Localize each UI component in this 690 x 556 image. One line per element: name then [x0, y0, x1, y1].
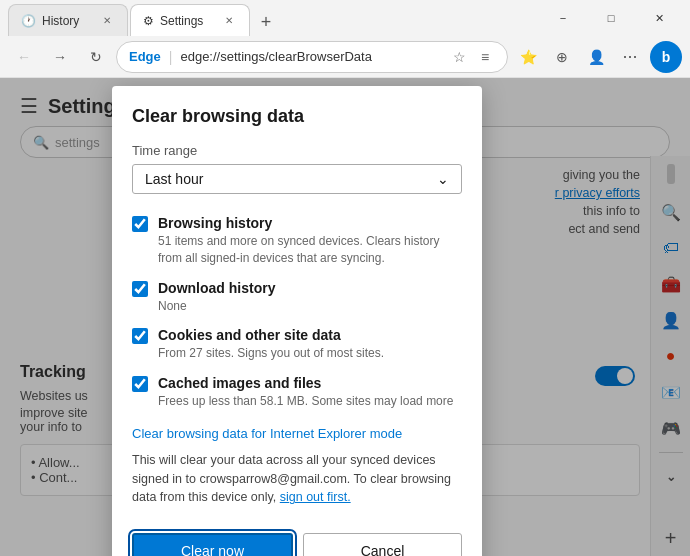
checkbox-cookies: Cookies and other site data From 27 site… — [132, 320, 462, 368]
history-tab-label: History — [42, 14, 79, 28]
checkbox-cache: Cached images and files Frees up less th… — [132, 368, 462, 416]
cookies-text: Cookies and other site data From 27 site… — [158, 326, 384, 362]
minimize-button[interactable]: − — [540, 2, 586, 34]
download-text: Download history None — [158, 279, 275, 315]
settings-tab-favicon: ⚙ — [143, 14, 154, 28]
browsing-desc: 51 items and more on synced devices. Cle… — [158, 233, 462, 267]
reading-icon[interactable]: ≡ — [475, 47, 495, 67]
browsing-label[interactable]: Browsing history — [158, 215, 272, 231]
history-tab-close[interactable]: ✕ — [99, 13, 115, 29]
cache-text: Cached images and files Frees up less th… — [158, 374, 453, 410]
address-bar[interactable]: Edge | edge://settings/clearBrowserData … — [116, 41, 508, 73]
address-icons: ☆ ≡ — [449, 47, 495, 67]
main-content: ☰ Setting 🔍 settings Tracking Websites u… — [0, 78, 690, 556]
nav-right-icons: ⭐ ⊕ 👤 ··· — [512, 41, 646, 73]
close-button[interactable]: ✕ — [636, 2, 682, 34]
info-text: This will clear your data across all you… — [132, 451, 462, 507]
profile-icon[interactable]: 👤 — [580, 41, 612, 73]
nav-bar: ← → ↻ Edge | edge://settings/clearBrowse… — [0, 36, 690, 78]
window-controls: − □ ✕ — [540, 2, 682, 34]
ie-mode-link[interactable]: Clear browsing data for Internet Explore… — [132, 426, 462, 441]
back-button[interactable]: ← — [8, 41, 40, 73]
star-icon[interactable]: ☆ — [449, 47, 469, 67]
browsing-text: Browsing history 51 items and more on sy… — [158, 214, 462, 267]
page-background: ☰ Setting 🔍 settings Tracking Websites u… — [0, 78, 690, 556]
tab-group: 🕐 History ✕ ⚙ Settings ✕ + — [8, 0, 536, 36]
time-range-label: Time range — [132, 143, 462, 158]
address-url: edge://settings/clearBrowserData — [180, 49, 441, 64]
settings-tab-close[interactable]: ✕ — [221, 13, 237, 29]
dialog-footer: Clear now Cancel — [112, 521, 482, 556]
download-desc: None — [158, 298, 275, 315]
cookies-desc: From 27 sites. Signs you out of most sit… — [158, 345, 384, 362]
new-tab-button[interactable]: + — [252, 8, 280, 36]
sign-out-link[interactable]: sign out first. — [280, 490, 351, 504]
maximize-button[interactable]: □ — [588, 2, 634, 34]
copilot-button[interactable]: b — [650, 41, 682, 73]
cache-checkbox[interactable] — [132, 376, 148, 392]
cache-label[interactable]: Cached images and files — [158, 375, 321, 391]
history-tab-favicon: 🕐 — [21, 14, 36, 28]
clear-browsing-dialog: Clear browsing data Time range Last hour… — [112, 86, 482, 556]
cookies-label[interactable]: Cookies and other site data — [158, 327, 341, 343]
download-label[interactable]: Download history — [158, 280, 275, 296]
time-range-dropdown[interactable]: Last hour ⌄ — [132, 164, 462, 194]
edge-logo: Edge — [129, 49, 161, 64]
download-checkbox[interactable] — [132, 281, 148, 297]
tab-history[interactable]: 🕐 History ✕ — [8, 4, 128, 36]
checkboxes-area: Browsing history 51 items and more on sy… — [132, 208, 462, 416]
time-range-value: Last hour — [145, 171, 203, 187]
collections-icon[interactable]: ⊕ — [546, 41, 578, 73]
cookies-checkbox[interactable] — [132, 328, 148, 344]
refresh-button[interactable]: ↻ — [80, 41, 112, 73]
address-separator: | — [169, 49, 173, 65]
favorites-icon[interactable]: ⭐ — [512, 41, 544, 73]
settings-tab-label: Settings — [160, 14, 203, 28]
title-bar: 🕐 History ✕ ⚙ Settings ✕ + − □ ✕ — [0, 0, 690, 36]
cancel-button[interactable]: Cancel — [303, 533, 462, 556]
checkbox-browsing: Browsing history 51 items and more on sy… — [132, 208, 462, 273]
more-icon[interactable]: ··· — [614, 41, 646, 73]
browsing-checkbox[interactable] — [132, 216, 148, 232]
forward-button[interactable]: → — [44, 41, 76, 73]
checkbox-download: Download history None — [132, 273, 462, 321]
clear-now-button[interactable]: Clear now — [132, 533, 293, 556]
dialog-title: Clear browsing data — [132, 106, 462, 127]
dialog-body: Clear browsing data Time range Last hour… — [112, 86, 482, 507]
tab-settings[interactable]: ⚙ Settings ✕ — [130, 4, 250, 36]
chevron-icon: ⌄ — [437, 171, 449, 187]
cache-desc: Frees up less than 58.1 MB. Some sites m… — [158, 393, 453, 410]
